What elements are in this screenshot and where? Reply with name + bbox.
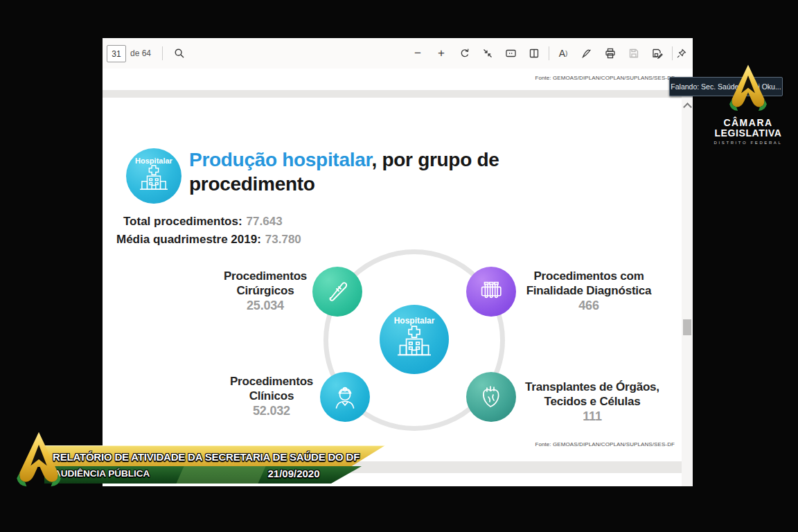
logo-text-line1: CÂMARA (702, 118, 794, 128)
banner-title-ribbon: RELATÓRIO DE ATIVIDADE DA SECRETARIA DE … (33, 445, 385, 467)
node-transplantes-value: 111 (516, 409, 668, 424)
page-separator (103, 90, 682, 98)
stat-total-value: 77.643 (247, 215, 283, 228)
stat-total-label: Total procedimentos: (123, 215, 242, 228)
node-transplantes-label: Transplantes de Órgãos, Tecidos e Célula… (516, 380, 668, 409)
fit-page-icon[interactable] (500, 43, 521, 64)
pdf-toolbar: 31 de 64 − + (103, 38, 693, 69)
hospital-badge-label: Hospitalar (135, 157, 172, 165)
doctor-icon (330, 382, 360, 412)
source-text-slide: Fonte: GEMOAS/DIPLAN/COPLAN/SUPLANS/SES-… (535, 441, 675, 447)
stat-total: Total procedimentos:77.643 (123, 215, 283, 229)
zoom-in-icon[interactable]: + (431, 43, 452, 64)
read-aloud-paren: ) (565, 50, 567, 57)
scrollbar-thumb[interactable] (683, 319, 691, 335)
read-aloud-icon[interactable]: A) (553, 43, 574, 64)
hospital-building-icon (139, 165, 168, 193)
stat-media-label: Média quadrimestre 2019: (116, 233, 261, 246)
node-diagnostica-circle (466, 267, 516, 317)
toolbar-divider (549, 46, 549, 60)
diagram-center-label: Hospitalar (394, 316, 435, 326)
save-as-icon[interactable] (647, 43, 668, 64)
node-cirurgicos-value: 25.034 (216, 299, 314, 313)
logo-text-line3: DISTRITO FEDERAL (702, 141, 794, 145)
slide-title-highlight: Produção hospitalar (189, 149, 371, 170)
node-cirurgicos-label: Procedimentos Cirúrgicos (216, 269, 314, 298)
scroll-up-icon[interactable] (683, 103, 692, 112)
scalpel-icon (322, 276, 353, 307)
banner-subtitle-ribbon: AUDIÊNCIA PÚBLICA 21/09/2020 (44, 466, 362, 484)
source-text-prev-page: Fonte: GEMOAS/DIPLAN/COPLAN/SUPLANS/SES-… (535, 75, 675, 81)
print-icon[interactable] (600, 43, 621, 64)
diagram-center-node: Hospitalar (380, 305, 449, 374)
node-clinicos-text: Procedimentos Clínicos 52.032 (223, 374, 320, 418)
search-icon[interactable] (169, 43, 190, 64)
save-icon (623, 43, 644, 64)
node-diagnostica-value: 466 (518, 299, 659, 313)
draw-icon[interactable] (576, 43, 597, 64)
hospital-building-icon (396, 326, 432, 359)
banner-date-text: 21/09/2020 (252, 468, 335, 479)
node-clinicos-circle (320, 372, 370, 422)
node-cirurgicos-circle (312, 267, 362, 317)
scrollbar[interactable] (682, 99, 693, 486)
stat-media-value: 73.780 (265, 233, 301, 246)
page-number-input[interactable]: 31 (107, 45, 126, 62)
pin-toolbar-icon[interactable] (671, 43, 691, 64)
node-clinicos-label: Procedimentos Clínicos (223, 374, 320, 403)
slide-title: Produção hospitalar, por grupo de proced… (189, 148, 563, 196)
slide-title-line2: procedimento (189, 173, 315, 195)
camara-legislativa-logo: CÂMARA LEGISLATIVA DISTRITO FEDERAL (702, 64, 794, 145)
stat-media: Média quadrimestre 2019:73.780 (116, 233, 301, 247)
video-frame: 31 de 64 − + (0, 0, 798, 532)
zoom-out-icon[interactable]: − (407, 43, 428, 64)
node-transplantes-text: Transplantes de Órgãos, Tecidos e Célula… (516, 380, 668, 424)
fit-width-icon[interactable] (477, 43, 498, 64)
test-tubes-icon (477, 277, 506, 306)
page-view-icon[interactable] (524, 43, 544, 64)
heart-icon (476, 382, 506, 412)
node-diagnostica-label: Procedimentos com Finalidade Diagnóstica (518, 269, 659, 298)
slide-title-rest: , por grupo de (371, 149, 499, 170)
page-total-label: de 64 (130, 48, 151, 58)
banner-title-text: RELATÓRIO DE ATIVIDADE DA SECRETARIA DE … (33, 451, 360, 463)
camara-emblem-icon (3, 431, 75, 497)
node-clinicos-value: 52.032 (223, 404, 320, 418)
pdf-content-area[interactable]: Fonte: GEMOAS/DIPLAN/COPLAN/SUPLANS/SES-… (103, 69, 693, 486)
rotate-icon[interactable] (454, 43, 475, 64)
logo-text-line2: LEGISLATIVA (702, 128, 794, 139)
hospital-badge-icon: Hospitalar (126, 148, 181, 204)
node-transplantes-circle (466, 372, 516, 422)
read-aloud-letter: A (559, 48, 565, 59)
toolbar-divider (162, 46, 163, 60)
pdf-viewer-window: 31 de 64 − + (103, 38, 693, 486)
camara-emblem-icon (719, 64, 777, 118)
node-diagnostica-text: Procedimentos com Finalidade Diagnóstica… (518, 269, 659, 313)
node-cirurgicos-text: Procedimentos Cirúrgicos 25.034 (216, 269, 314, 313)
